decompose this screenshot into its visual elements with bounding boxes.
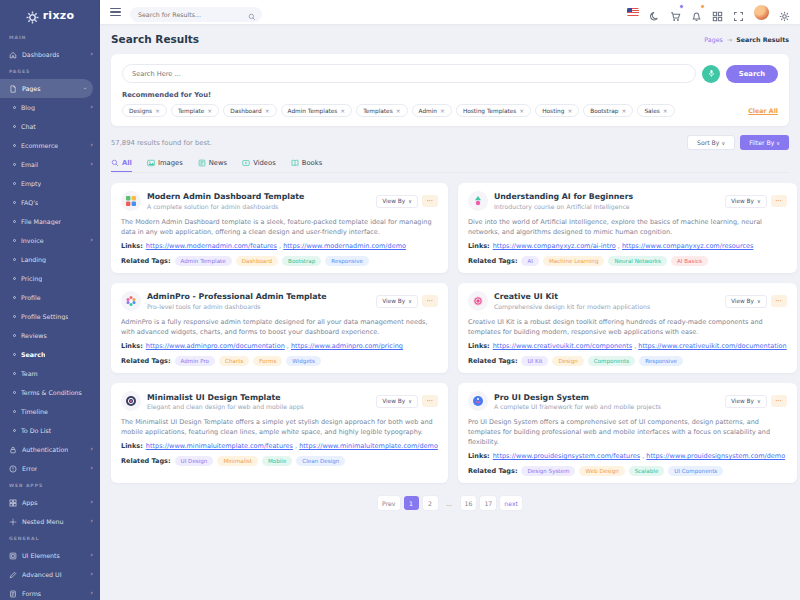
view-by-button[interactable]: View By∨ [725,395,767,408]
result-link[interactable]: https://www.creativeuikit.com/components [493,342,632,350]
user-avatar[interactable] [754,5,769,20]
sidebar-item-email[interactable]: Email› [0,155,100,174]
related-tag-forms[interactable]: Forms [253,356,282,366]
result-link[interactable]: https://www.prouidesignsystem.com/featur… [493,452,640,460]
pagination-prev-button[interactable]: Prev [378,496,400,510]
related-tag-bootstrap[interactable]: Bootstrap [282,256,321,266]
sidebar-item-profile-settings[interactable]: Profile Settings [0,307,100,326]
fullscreen-icon[interactable] [733,7,744,18]
result-link[interactable]: https://www.creativeuikit.com/documentat… [638,342,786,350]
related-tag-ai-basics[interactable]: AI Basics [671,256,708,266]
filter-tag-admin-templates[interactable]: Admin Templates× [281,104,353,117]
view-by-button[interactable]: View By∨ [725,195,767,208]
more-options-button[interactable]: ··· [771,395,787,407]
filter-by-button[interactable]: Filter By ∨ [740,135,789,150]
remove-tag-icon[interactable]: × [207,108,212,114]
result-link[interactable]: https://www.companyxyz.com/ai-intro [493,242,616,250]
sidebar-item-chat[interactable]: Chat [0,117,100,136]
sidebar-item-forms[interactable]: Forms› [0,584,100,600]
view-by-button[interactable]: View By∨ [376,395,418,408]
tab-news[interactable]: News [198,159,227,172]
result-link[interactable]: https://www.prouidesignsystem.com/demo [646,452,785,460]
more-options-button[interactable]: ··· [422,395,438,407]
sidebar-item-search[interactable]: Search [0,345,100,364]
topbar-search-input[interactable] [130,7,262,22]
related-tag-charts[interactable]: Charts [219,356,249,366]
logo[interactable]: rixzo [0,0,100,30]
sidebar-item-landing[interactable]: Landing [0,250,100,269]
related-tag-widgets[interactable]: Widgets [286,356,321,366]
sidebar-item-pricing[interactable]: Pricing [0,269,100,288]
result-title[interactable]: Modern Admin Dashboard Template [147,192,304,201]
related-tag-machine-learning[interactable]: Machine Learning [543,256,604,266]
pagination-page-17[interactable]: 17 [480,496,496,510]
filter-tag-designs[interactable]: Designs× [122,104,167,117]
filter-tag-sales[interactable]: Sales× [637,104,674,117]
remove-tag-icon[interactable]: × [155,108,160,114]
related-tag-clean-design[interactable]: Clean Design [296,456,345,466]
related-tag-admin-pro[interactable]: Admin Pro [175,356,215,366]
remove-tag-icon[interactable]: × [663,108,668,114]
view-by-button[interactable]: View By∨ [376,195,418,208]
tab-images[interactable]: Images [147,159,183,172]
sidebar-item-authentication[interactable]: Authentication› [0,440,100,459]
related-tag-ui-design[interactable]: UI Design [175,456,214,466]
sidebar-item-timeline[interactable]: Timeline [0,402,100,421]
sort-by-button[interactable]: Sort By ∨ [687,135,735,150]
result-link[interactable]: https://www.companyxyz.com/resources [622,242,753,250]
result-title[interactable]: Pro UI Design System [494,393,661,402]
related-tag-scalable[interactable]: Scalable [629,466,665,476]
notifications-bell-icon[interactable] [691,7,702,18]
remove-tag-icon[interactable]: × [265,108,270,114]
related-tag-dashboard[interactable]: Dashboard [236,256,278,266]
related-tag-neural-networks[interactable]: Neural Networks [608,256,667,266]
tab-books[interactable]: Books [291,159,322,172]
filter-tag-templates[interactable]: Templates× [356,104,407,117]
remove-tag-icon[interactable]: × [567,108,572,114]
related-tag-components[interactable]: Components [588,356,635,366]
pagination-page-1[interactable]: 1 [404,496,419,510]
view-by-button[interactable]: View By∨ [725,295,767,308]
related-tag-ui-components[interactable]: UI Components [668,466,723,476]
sidebar-item-invoice[interactable]: Invoice› [0,231,100,250]
sidebar-item-blog[interactable]: Blog› [0,98,100,117]
related-tag-web-design[interactable]: Web Design [579,466,624,476]
apps-grid-icon[interactable] [712,7,723,18]
cart-icon[interactable] [670,7,681,18]
filter-tag-bootstrap[interactable]: Bootstrap× [583,104,633,117]
menu-toggle-icon[interactable] [110,8,121,16]
sidebar-item-empty[interactable]: Empty [0,174,100,193]
clear-all-link[interactable]: Clear All [748,107,778,114]
filter-tag-admin[interactable]: Admin× [412,104,452,117]
sidebar-item-faq-s[interactable]: FAQ's [0,193,100,212]
sidebar-item-file-manager[interactable]: File Manager [0,212,100,231]
related-tag-mobile[interactable]: Mobile [262,456,292,466]
related-tag-ai[interactable]: AI [521,256,538,266]
remove-tag-icon[interactable]: × [396,108,401,114]
related-tag-design-system[interactable]: Design System [521,466,575,476]
voice-search-button[interactable] [702,65,720,83]
result-title[interactable]: AdminPro - Professional Admin Template [147,292,327,301]
view-by-button[interactable]: View By∨ [376,295,418,308]
sidebar-item-dashboards[interactable]: Dashboards› [0,45,100,64]
result-title[interactable]: Creative UI Kit [494,292,650,301]
filter-tag-dashboard[interactable]: Dashboard× [223,104,276,117]
result-link[interactable]: https://www.minimaluitemplate.com/featur… [146,442,293,450]
search-icon[interactable] [248,6,256,14]
sidebar-item-to-do-list[interactable]: To Do List [0,421,100,440]
sidebar-item-error[interactable]: Error› [0,459,100,478]
result-title[interactable]: Minimalist UI Design Template [147,393,304,402]
sidebar-item-pages[interactable]: Pages› [0,79,93,98]
remove-tag-icon[interactable]: × [519,108,524,114]
sidebar-item-ecommerce[interactable]: Ecommerce› [0,136,100,155]
related-tag-minimalist[interactable]: Minimalist [217,456,258,466]
search-button[interactable]: Search [726,65,778,83]
sidebar-item-profile[interactable]: Profile [0,288,100,307]
sidebar-item-ui-elements[interactable]: UI Elements› [0,546,100,565]
result-title[interactable]: Understanding AI for Beginners [494,192,633,201]
dark-mode-moon-icon[interactable] [649,7,660,18]
breadcrumb-parent[interactable]: Pages [704,36,723,43]
sidebar-item-apps[interactable]: Apps› [0,493,100,512]
result-link[interactable]: https://www.adminpro.com/documentation [146,342,285,350]
result-link[interactable]: https://www.adminpro.com/pricing [291,342,403,350]
